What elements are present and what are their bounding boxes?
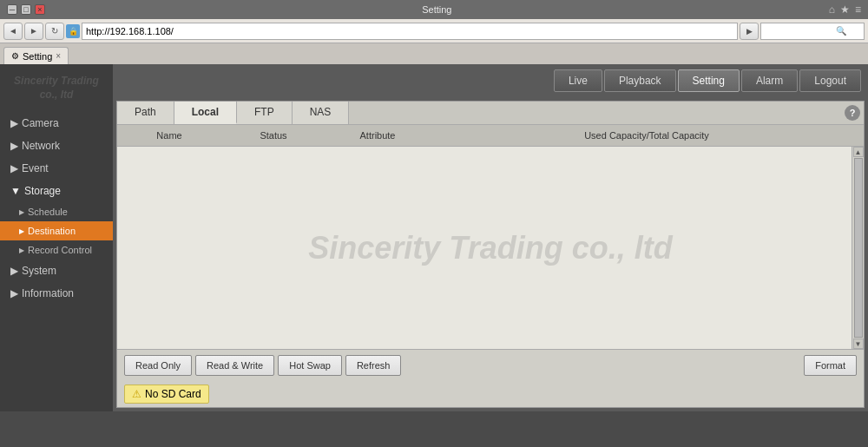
minimize-button[interactable]: ─ [7, 4, 17, 15]
sidebar-item-schedule[interactable]: ▶ Schedule [0, 202, 113, 221]
sidebar-logo: Sincerity Trading co., ltd [0, 64, 113, 112]
top-nav: Live Playback Setting Alarm Logout [113, 64, 868, 97]
logout-button[interactable]: Logout [799, 69, 861, 92]
tab-path[interactable]: Path [117, 102, 174, 124]
arrow-icon: ▶ [19, 247, 24, 254]
content-area: Live Playback Setting Alarm Logout ? Pat… [113, 64, 868, 411]
close-button[interactable]: × [35, 4, 45, 15]
window-title: Setting [45, 4, 829, 15]
sidebar-item-system[interactable]: ▶ System [0, 260, 113, 282]
tab-local[interactable]: Local [174, 102, 237, 124]
refresh-nav-button[interactable]: ↻ [45, 23, 64, 40]
tab-close-icon[interactable]: × [56, 51, 61, 61]
search-box: 🔍 [760, 23, 865, 40]
sidebar-item-network[interactable]: ▶ Network [0, 135, 113, 157]
back-button[interactable]: ◄ [3, 23, 23, 40]
status-message: ⚠ No SD Card [124, 385, 209, 404]
buttons-row: Read Only Read & Write Hot Swap Refresh … [117, 349, 864, 381]
live-button[interactable]: Live [554, 69, 602, 92]
maximize-button[interactable]: □ [21, 4, 31, 15]
read-write-button[interactable]: Read & Write [195, 355, 274, 376]
arrow-icon: ▼ [10, 185, 21, 197]
sidebar: Sincerity Trading co., ltd ▶ Camera ▶ Ne… [0, 64, 113, 411]
tab-bar: ⚙ Setting × [0, 43, 868, 64]
address-input[interactable] [82, 23, 738, 40]
sidebar-label: Schedule [28, 207, 68, 217]
window-controls[interactable]: ─ □ × [7, 4, 45, 15]
sidebar-label: Camera [22, 117, 59, 129]
nav-bar: ◄ ► ↻ 🔒 ▶ 🔍 [0, 19, 868, 43]
status-text: No SD Card [145, 388, 201, 400]
address-bar-container: 🔒 ▶ [66, 23, 759, 40]
sub-tabs: Path Local FTP NAS [117, 102, 864, 125]
title-bar: ─ □ × Setting ⌂ ★ ≡ [0, 0, 868, 19]
scroll-thumb[interactable] [854, 158, 863, 338]
tab-ftp[interactable]: FTP [237, 102, 293, 124]
refresh-button[interactable]: Refresh [345, 355, 402, 376]
arrow-icon: ▶ [10, 265, 18, 277]
table-header: Name Status Attribute Used Capacity/Tota… [117, 125, 864, 147]
header-capacity: Used Capacity/Total Capacity [430, 128, 864, 143]
table-body: Sincerity Trading co., ltd ▲ ▼ [117, 147, 864, 349]
header-attribute: Attribute [326, 128, 430, 143]
search-icon[interactable]: 🔍 [836, 26, 846, 36]
header-status: Status [221, 128, 326, 143]
sidebar-item-storage[interactable]: ▼ Storage [0, 180, 113, 202]
arrow-icon: ▶ [10, 117, 18, 129]
sidebar-item-destination[interactable]: ▶ Destination [0, 221, 113, 240]
help-button[interactable]: ? [845, 105, 860, 121]
content-panel: ? Path Local FTP NAS Name Status Attribu… [116, 101, 865, 408]
playback-button[interactable]: Playback [604, 69, 676, 92]
format-button[interactable]: Format [804, 355, 857, 376]
arrow-icon: ▶ [10, 162, 18, 174]
sidebar-label: Storage [24, 185, 61, 197]
alarm-button[interactable]: Alarm [741, 69, 798, 92]
content-panel-wrapper: ? Path Local FTP NAS Name Status Attribu… [113, 97, 868, 411]
home-icon[interactable]: ⌂ [829, 3, 835, 16]
table-scrollbar[interactable]: ▲ ▼ [852, 147, 864, 349]
tab-label: Setting [23, 51, 52, 62]
sidebar-label: Information [22, 287, 74, 299]
read-only-button[interactable]: Read Only [124, 355, 192, 376]
forward-button[interactable]: ► [24, 23, 43, 40]
setting-button[interactable]: Setting [678, 69, 740, 92]
search-input[interactable] [765, 26, 834, 36]
status-bar: ⚠ No SD Card [117, 381, 864, 407]
browser-tab[interactable]: ⚙ Setting × [3, 47, 69, 64]
arrow-icon: ▶ [19, 208, 24, 216]
scroll-up-arrow[interactable]: ▲ [853, 147, 864, 157]
hot-swap-button[interactable]: Hot Swap [278, 355, 342, 376]
header-name: Name [117, 128, 221, 143]
table-area: Name Status Attribute Used Capacity/Tota… [117, 125, 864, 349]
warning-icon: ⚠ [132, 388, 141, 400]
buttons-left: Read Only Read & Write Hot Swap Refresh [124, 355, 401, 376]
sidebar-label: Network [22, 140, 60, 152]
sidebar-item-event[interactable]: ▶ Event [0, 157, 113, 180]
bookmark-icon[interactable]: ★ [840, 3, 850, 16]
arrow-icon: ▶ [10, 140, 18, 152]
sidebar-item-information[interactable]: ▶ Information [0, 282, 113, 305]
sidebar-item-camera[interactable]: ▶ Camera [0, 112, 113, 135]
sidebar-item-record-control[interactable]: ▶ Record Control [0, 240, 113, 260]
security-icon: 🔒 [66, 24, 80, 38]
watermark: Sincerity Trading co., ltd [308, 230, 672, 266]
go-button[interactable]: ▶ [740, 23, 759, 40]
scroll-down-arrow[interactable]: ▼ [853, 339, 864, 349]
tab-nas[interactable]: NAS [293, 102, 350, 124]
menu-icon[interactable]: ≡ [855, 3, 861, 16]
sidebar-label: Event [22, 162, 49, 174]
tab-icon: ⚙ [11, 51, 19, 61]
arrow-icon: ▶ [10, 287, 18, 299]
sidebar-label: Record Control [28, 245, 92, 255]
main-layout: Sincerity Trading co., ltd ▶ Camera ▶ Ne… [0, 64, 868, 411]
sidebar-label: System [22, 265, 56, 277]
arrow-icon: ▶ [19, 227, 24, 235]
buttons-right: Format [804, 355, 857, 376]
sidebar-label: Destination [28, 226, 76, 236]
